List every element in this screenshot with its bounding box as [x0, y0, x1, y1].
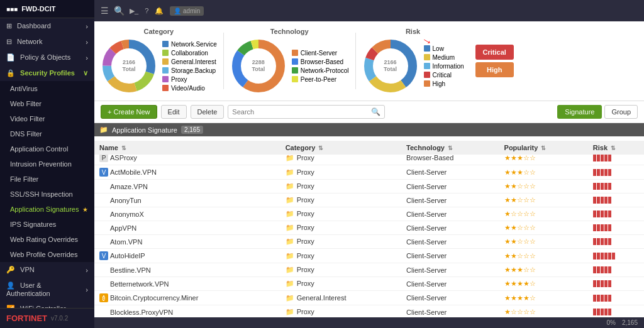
sidebar: ■■■ FWD-DCIT ⊞ Dashboard › ⊟ Network › 📄… [0, 0, 94, 328]
sidebar-item-app-signatures[interactable]: Application Signatures ★ [0, 202, 94, 217]
crypto-row-icon: ₿ [99, 293, 108, 302]
risk-bar [593, 169, 596, 176]
legend-item: Video/Audio [162, 85, 217, 92]
sidebar-item-video-filter[interactable]: Video Filter [0, 111, 94, 126]
sidebar-label: IPS Signatures [10, 221, 56, 228]
edit-button[interactable]: Edit [161, 105, 187, 119]
sidebar-item-app-control[interactable]: Application Control [0, 141, 94, 156]
section-folder-icon: 📁 [99, 126, 108, 134]
chevron-right-icon: › [86, 38, 88, 46]
cell-category: 📁Proxy [280, 277, 401, 291]
sidebar-item-ips-signatures[interactable]: IPS Signatures [0, 217, 94, 232]
risk-bar [608, 280, 611, 287]
cell-risk [588, 305, 644, 318]
chevron-right-icon: › [86, 54, 88, 62]
statusbar: 0% 2,165 [94, 317, 644, 328]
folder-icon: 📁 [286, 308, 294, 315]
risk-bar [601, 183, 604, 190]
sidebar-label: AntiVirus [10, 85, 38, 92]
bell-icon[interactable]: 🔔 [155, 7, 164, 15]
search-input[interactable] [232, 108, 371, 116]
cell-category: 📁Proxy [280, 221, 401, 235]
cell-name: AnonyTun [94, 194, 280, 207]
sidebar-item-web-filter[interactable]: Web Filter [0, 96, 94, 111]
risk-bars [593, 210, 639, 217]
sidebar-item-web-rating[interactable]: Web Rating Overrides [0, 232, 94, 247]
risk-bar [593, 238, 596, 245]
cell-category: 📁Proxy [280, 165, 401, 180]
cell-technology: Client-Server [401, 207, 499, 221]
sidebar-item-web-profile[interactable]: Web Profile Overrides [0, 247, 94, 262]
risk-bar [604, 295, 608, 302]
risk-bar [608, 224, 611, 231]
delete-button[interactable]: Delete [191, 105, 225, 119]
cell-technology: Client-Server [401, 277, 499, 291]
risk-bar [593, 309, 596, 315]
risk-bar [604, 253, 608, 260]
sidebar-item-dashboard[interactable]: ⊞ Dashboard › [0, 18, 94, 34]
risk-bars [593, 224, 639, 231]
search-icon[interactable]: 🔍 [371, 107, 380, 116]
risk-bar [597, 224, 600, 231]
table-row: Amaze.VPN 📁Proxy Client-Server ★★☆☆☆ [94, 180, 644, 194]
sidebar-item-file-filter[interactable]: File Filter [0, 172, 94, 187]
risk-bars [593, 295, 639, 302]
legend-item: Proxy [162, 76, 217, 83]
risk-bar [601, 155, 604, 161]
sidebar-item-user-auth[interactable]: 👤 User & Authentication › [0, 278, 94, 301]
table-row: Betternetwork.VPN 📁Proxy Client-Server ★… [94, 277, 644, 291]
sidebar-item-wifi[interactable]: 📶 WiFi Controller › [0, 301, 94, 308]
risk-bar [604, 309, 608, 315]
sidebar-item-intrusion[interactable]: Intrusion Prevention [0, 156, 94, 172]
risk-bar [593, 253, 596, 260]
search-icon[interactable]: 🔍 [114, 6, 125, 16]
risk-bar [604, 238, 608, 245]
sidebar-label: SSL/SSH Inspection [10, 190, 73, 198]
risk-bar [604, 169, 608, 176]
risk-bar [597, 197, 600, 204]
cell-risk [588, 194, 644, 207]
status-count: 2,165 [622, 319, 638, 326]
risk-bar [597, 280, 600, 287]
cell-category: 📁Proxy [280, 263, 401, 277]
risk-bar [608, 183, 611, 190]
risk-bars [593, 183, 639, 190]
table-row: ₿Bitcoin.Cryptocurrency.Miner 📁General.I… [94, 291, 644, 305]
user-avatar[interactable]: 👤 admin [170, 6, 204, 16]
toolbar: + Create New Edit Delete 🔍 Signature Gro… [94, 101, 644, 123]
risk-bar [593, 210, 596, 217]
risk-bar [601, 210, 604, 217]
sidebar-header: ■■■ FWD-DCIT [0, 0, 94, 18]
table-row: VAutoHideIP 📁Proxy Client-Server ★★☆☆☆ [94, 249, 644, 263]
cell-risk [588, 277, 644, 291]
sidebar-item-policy[interactable]: 📄 Policy & Objects › [0, 50, 94, 65]
hamburger-icon[interactable]: ☰ [101, 6, 109, 16]
cell-name: VActMobile.VPN [94, 165, 280, 180]
sidebar-item-antivirus[interactable]: AntiVirus [0, 81, 94, 96]
folder-icon: 📁 [286, 294, 294, 302]
section-title: Application Signature [112, 126, 177, 134]
terminal-icon[interactable]: ▶_ [130, 7, 138, 15]
sidebar-item-security-profiles[interactable]: 🔒 Security Profiles ∨ [0, 65, 94, 81]
table-row: Atom.VPN 📁Proxy Client-Server ★★☆☆☆ [94, 235, 644, 249]
device-name: FWD-DCIT [21, 5, 55, 13]
col-category: Category ⇅ [280, 141, 401, 155]
signature-button[interactable]: Signature [557, 105, 602, 119]
group-button[interactable]: Group [604, 105, 638, 119]
sidebar-item-dns-filter[interactable]: DNS Filter [0, 126, 94, 141]
risk-bar [593, 295, 596, 302]
folder-icon: 📁 [286, 182, 294, 190]
sidebar-item-vpn[interactable]: 🔑 VPN › [0, 262, 94, 278]
risk-bars [593, 280, 639, 287]
risk-bar [601, 309, 604, 315]
create-new-button[interactable]: + Create New [101, 105, 157, 119]
risk-bar [604, 280, 608, 287]
cell-technology: Client-Server [401, 291, 499, 305]
risk-bar [601, 238, 604, 245]
cell-name: Blockless.ProxyVPN [94, 305, 280, 318]
cell-technology: Client-Server [401, 165, 499, 180]
help-icon[interactable]: ? [145, 7, 148, 14]
sidebar-item-ssl[interactable]: SSL/SSH Inspection [0, 187, 94, 202]
sidebar-item-network[interactable]: ⊟ Network › [0, 34, 94, 50]
legend-item: Browser-Based [292, 58, 349, 65]
